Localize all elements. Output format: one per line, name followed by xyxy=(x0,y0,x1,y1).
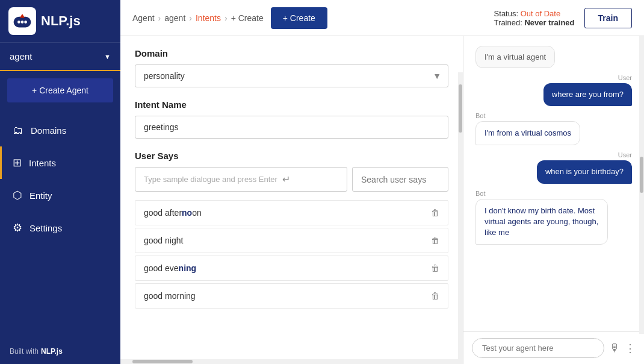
sidebar-footer: Built with NLP.js xyxy=(0,339,120,364)
logo-text: NLP.js xyxy=(41,13,81,29)
entity-icon: ⬡ xyxy=(13,189,22,202)
domain-select-wrapper: personality ▼ xyxy=(135,64,448,87)
agent-dropdown-arrow: ▼ xyxy=(104,53,111,60)
svg-marker-4 xyxy=(20,14,25,17)
table-row: good afternoon 🗑 xyxy=(135,200,448,225)
footer-brand: NLP.js xyxy=(41,347,63,356)
intent-name-section: Intent Name xyxy=(135,99,448,139)
more-options-icon[interactable]: ⋮ xyxy=(625,342,636,355)
sidebar-item-domains-label: Domains xyxy=(31,125,66,136)
bot-text-1: I don't know my birth date. Most virtual… xyxy=(485,206,598,237)
breadcrumb-agent: Agent xyxy=(132,13,155,23)
sidebar-item-settings[interactable]: ⚙ Settings xyxy=(0,212,120,244)
form-scrollbar-thumb xyxy=(459,84,462,133)
content-area: Domain personality ▼ Intent Name User Sa… xyxy=(120,36,644,364)
sidebar-item-entity[interactable]: ⬡ Entity xyxy=(0,179,120,212)
breadcrumb: Agent › agent › Intents › + Create xyxy=(132,13,264,23)
chat-scrollbar-thumb xyxy=(640,157,643,193)
breadcrumb-sep3: › xyxy=(224,13,228,23)
chat-msg-user-1: User when is your birthday? xyxy=(475,151,632,183)
user-says-input-area[interactable]: Type sample dialogue and press Enter ↵ xyxy=(135,167,347,192)
logo-icon xyxy=(8,7,36,35)
delete-icon-2[interactable]: 🗑 xyxy=(431,263,439,273)
svg-point-2 xyxy=(21,20,24,24)
main-area: Agent › agent › Intents › + Create + Cre… xyxy=(120,0,644,364)
delete-icon-3[interactable]: 🗑 xyxy=(431,291,439,301)
agent-initial-text: I'm a virtual agent xyxy=(485,52,546,61)
chat-msg-user-0: User where are you from? xyxy=(475,74,632,106)
enter-icon: ↵ xyxy=(282,174,290,185)
dialogue-text-1: good night xyxy=(144,236,183,245)
intent-name-label: Intent Name xyxy=(135,99,448,110)
breadcrumb-sep1: › xyxy=(158,13,161,23)
bot-label-0: Bot xyxy=(475,112,486,119)
user-says-section: User Says Type sample dialogue and press… xyxy=(135,151,448,309)
breadcrumb-intents: Intents xyxy=(196,13,221,23)
sidebar-item-intents-label: Intents xyxy=(29,158,56,168)
bot-bubble-0: I'm from a virtual cosmos xyxy=(475,121,580,145)
train-button[interactable]: Train xyxy=(584,8,632,28)
sidebar-item-settings-label: Settings xyxy=(29,223,62,233)
user-label-1: User xyxy=(618,151,632,158)
bot-text-0: I'm from a virtual cosmos xyxy=(485,128,571,137)
trained-value: Never trained xyxy=(524,18,574,27)
status-box: Status: Out of Date Trained: Never train… xyxy=(494,9,575,27)
bot-label-1: Bot xyxy=(475,190,486,197)
user-says-label: User Says xyxy=(135,151,448,161)
header-right: Status: Out of Date Trained: Never train… xyxy=(494,8,632,28)
chat-scrollbar[interactable] xyxy=(639,36,644,334)
user-bubble-1: when is your birthday? xyxy=(537,160,632,183)
user-bubble-0: where are you from? xyxy=(543,83,632,106)
table-row: good night 🗑 xyxy=(135,228,448,253)
agent-name: agent xyxy=(10,51,33,61)
domain-label: Domain xyxy=(135,48,448,58)
create-button[interactable]: + Create xyxy=(271,7,327,29)
sidebar-item-domains[interactable]: 🗂 Domains xyxy=(0,115,120,146)
chat-panel: I'm a virtual agent User where are you f… xyxy=(463,36,644,364)
intent-name-input[interactable] xyxy=(135,116,448,139)
sidebar: NLP.js agent ▼ + Create Agent 🗂 Domains … xyxy=(0,0,120,364)
status-value: Out of Date xyxy=(521,9,560,18)
dialogue-text-2: good evening xyxy=(144,263,196,273)
dialogue-text-0: good afternoon xyxy=(144,208,202,218)
form-panel: Domain personality ▼ Intent Name User Sa… xyxy=(120,36,463,364)
delete-icon-1[interactable]: 🗑 xyxy=(431,236,439,245)
form-scrollbar[interactable] xyxy=(458,72,463,364)
agent-selector[interactable]: agent ▼ xyxy=(0,43,120,71)
bottom-scrollbar[interactable] xyxy=(120,359,463,364)
chat-messages: I'm a virtual agent User where are you f… xyxy=(463,36,644,331)
chat-footer: 🎙 ⋮ xyxy=(463,331,644,364)
breadcrumb-sep2: › xyxy=(189,13,192,23)
microphone-icon[interactable]: 🎙 xyxy=(609,342,620,354)
chat-msg-bot-0: Bot I'm from a virtual cosmos xyxy=(475,112,632,145)
sidebar-item-entity-label: Entity xyxy=(29,190,52,201)
dialogue-text-3: good morning xyxy=(144,291,196,301)
chat-test-input[interactable] xyxy=(472,338,604,358)
folder-icon: 🗂 xyxy=(13,124,23,137)
domain-select[interactable]: personality xyxy=(135,64,448,87)
status-label: Status: xyxy=(494,9,518,18)
sidebar-item-intents[interactable]: ⊞ Intents xyxy=(0,146,120,179)
trained-label: Trained: xyxy=(494,18,522,27)
create-agent-button[interactable]: + Create Agent xyxy=(7,78,113,102)
svg-point-1 xyxy=(17,20,20,24)
user-text-1: when is your birthday? xyxy=(545,167,624,176)
table-row: good evening 🗑 xyxy=(135,256,448,281)
user-says-row: Type sample dialogue and press Enter ↵ xyxy=(135,167,448,192)
footer-prefix: Built with xyxy=(10,347,39,356)
settings-icon: ⚙ xyxy=(13,221,22,234)
bottom-scrollbar-thumb xyxy=(132,360,193,363)
search-user-says-input[interactable] xyxy=(352,167,448,192)
dialogue-list: good afternoon 🗑 good night 🗑 good eveni… xyxy=(135,200,448,309)
breadcrumb-agent2: agent xyxy=(164,13,185,23)
domain-section: Domain personality ▼ xyxy=(135,48,448,87)
logo-area: NLP.js xyxy=(0,0,120,43)
agent-initial-bubble: I'm a virtual agent xyxy=(475,46,555,68)
bot-bubble-1: I don't know my birth date. Most virtual… xyxy=(475,199,608,245)
user-label-0: User xyxy=(618,74,632,81)
sidebar-nav: 🗂 Domains ⊞ Intents ⬡ Entity ⚙ Settings xyxy=(0,115,120,244)
table-row: good morning 🗑 xyxy=(135,283,448,309)
delete-icon-0[interactable]: 🗑 xyxy=(431,208,439,218)
chat-msg-bot-1: Bot I don't know my birth date. Most vir… xyxy=(475,190,632,245)
svg-point-3 xyxy=(24,20,27,24)
